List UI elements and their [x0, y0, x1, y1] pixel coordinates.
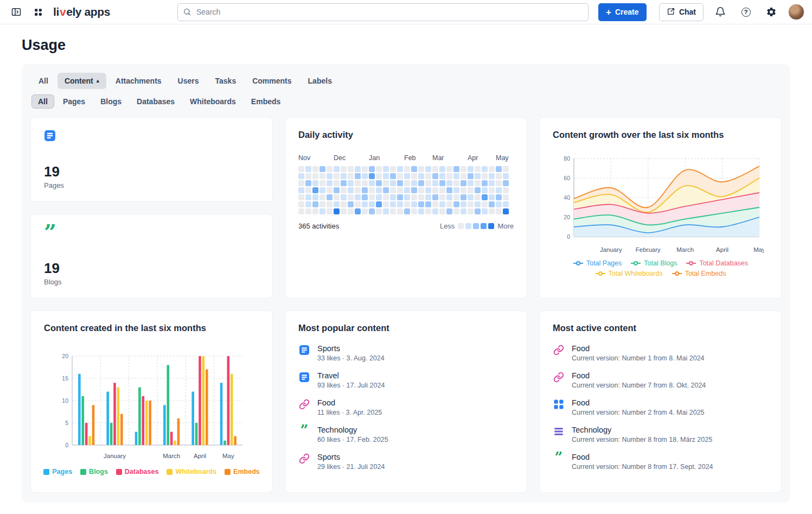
content-item-title[interactable]: Food [572, 398, 705, 407]
heatmap-cell [334, 180, 340, 186]
month-label: Nov [298, 154, 310, 162]
legend-item-total-pages[interactable]: Total Pages [573, 259, 622, 267]
tab-content[interactable]: Content▴ [57, 73, 106, 89]
content-item-title[interactable]: Food [572, 453, 713, 461]
content-item[interactable]: Travel93 likes · 17. Juli 2024 [298, 371, 514, 389]
content-item[interactable]: Sports33 likes · 3. Aug. 2024 [298, 344, 514, 362]
legend-item-whiteboards[interactable]: Whiteboards [167, 468, 216, 475]
heatmap-cell [312, 201, 318, 207]
legend-less-label: Less [440, 222, 455, 230]
tab-embeds[interactable]: Embeds [245, 94, 287, 109]
content-item-title[interactable]: Food [572, 371, 706, 380]
content-item[interactable]: ”FoodCurrent version: Number 8 from 17. … [553, 453, 768, 471]
tab-comments[interactable]: Comments [245, 73, 298, 89]
heatmap-cell [425, 201, 431, 207]
heatmap-cell [446, 187, 452, 193]
link-icon [298, 453, 310, 464]
heatmap-cell [376, 194, 382, 200]
content-created-card: Content created in the last six months 0… [30, 310, 273, 493]
app-switcher-icon[interactable] [29, 3, 47, 21]
heatmap-cell [305, 187, 311, 193]
sidebar-toggle-icon[interactable] [8, 3, 25, 21]
heatmap-cell [327, 166, 333, 172]
help-icon[interactable]: ? [737, 3, 755, 21]
search-input[interactable] [177, 3, 589, 21]
content-item-title[interactable]: Food [317, 398, 382, 407]
list-icon [553, 426, 565, 437]
notifications-bell-icon[interactable] [712, 3, 729, 21]
content-item-meta: 11 likes · 3. Apr. 2025 [317, 409, 382, 416]
content-item-title[interactable]: Food [572, 344, 705, 353]
heatmap-cell [404, 194, 410, 200]
app-logo[interactable]: lively apps [53, 5, 110, 18]
heatmap-cell [341, 173, 347, 179]
chat-button-label: Chat [679, 8, 696, 16]
quote-glyph: ” [44, 226, 56, 238]
svg-text:April: April [716, 246, 728, 253]
tab-blogs[interactable]: Blogs [94, 94, 128, 109]
content-item[interactable]: FoodCurrent version: Number 1 from 8. Ma… [553, 344, 768, 362]
legend-item-embeds[interactable]: Embeds [225, 468, 260, 475]
svg-text:April: April [193, 453, 206, 459]
tab-tasks[interactable]: Tasks [208, 73, 244, 89]
link-icon [553, 371, 565, 383]
tab-all[interactable]: All [31, 94, 54, 109]
content-item[interactable]: FoodCurrent version: Number 7 from 8. Ok… [553, 371, 768, 389]
content-item[interactable]: TechnologyCurrent version: Number 8 from… [553, 426, 768, 443]
heatmap-cell [341, 201, 347, 207]
create-button-label: Create [615, 8, 639, 16]
heatmap-cell [461, 194, 466, 200]
chat-button[interactable]: Chat [659, 3, 704, 21]
legend-item-total-embeds[interactable]: Total Embeds [672, 270, 726, 277]
content-item[interactable]: Food11 likes · 3. Apr. 2025 [298, 398, 514, 416]
svg-text:20: 20 [62, 353, 68, 359]
heatmap-cell [334, 173, 340, 179]
heatmap-cell [312, 208, 318, 214]
heatmap-cell [369, 194, 375, 200]
created-chart-svg: 05101520JanuaryMarchAprilMay [57, 352, 247, 462]
tab-users[interactable]: Users [171, 73, 206, 89]
content-item-title[interactable]: Technology [572, 426, 712, 434]
heatmap-cell [461, 201, 466, 207]
tab-pages[interactable]: Pages [56, 94, 92, 109]
legend-item-total-databases[interactable]: Total Databases [686, 259, 748, 267]
search-bar [177, 3, 589, 21]
content-item-title[interactable]: Sports [317, 453, 385, 461]
heatmap-cell [482, 201, 488, 207]
bar-embeds [149, 401, 151, 445]
tab-whiteboards[interactable]: Whiteboards [183, 94, 242, 109]
content-created-legend: PagesBlogsDatabasesWhiteboardsEmbeds [44, 468, 259, 475]
legend-item-total-blogs[interactable]: Total Blogs [630, 259, 677, 267]
legend-item-pages[interactable]: Pages [43, 468, 72, 475]
tab-databases[interactable]: Databases [130, 94, 181, 109]
bar-blogs [81, 396, 84, 445]
bar-pages [106, 392, 109, 445]
tab-all[interactable]: All [31, 73, 55, 89]
chat-icon [667, 7, 675, 17]
content-item[interactable]: Sports29 likes · 21. Juli 2024 [298, 453, 514, 471]
heatmap-cell [341, 187, 347, 193]
bar-whiteboards [117, 387, 119, 445]
create-button[interactable]: + Create [598, 3, 647, 21]
legend-item-blogs[interactable]: Blogs [80, 468, 108, 475]
heatmap-cell [453, 194, 459, 200]
heatmap-cell [411, 166, 417, 172]
tab-labels[interactable]: Labels [301, 73, 339, 89]
legend-item-databases[interactable]: Databases [116, 468, 159, 475]
legend-item-total-whiteboards[interactable]: Total Whiteboards [595, 270, 663, 277]
content-item[interactable]: FoodCurrent version: Number 2 from 4. Ma… [553, 398, 768, 416]
heatmap-cell [453, 173, 459, 179]
heatmap-cell [432, 201, 438, 207]
user-avatar[interactable] [788, 4, 804, 20]
content-item-title[interactable]: Sports [317, 344, 385, 353]
bar-pages [135, 431, 137, 445]
tab-attachments[interactable]: Attachments [108, 73, 169, 89]
content-item-title[interactable]: Travel [317, 371, 385, 380]
settings-gear-icon[interactable] [763, 3, 780, 21]
content-item[interactable]: ”Technology60 likes · 17. Feb. 2025 [298, 426, 514, 443]
content-item-title[interactable]: Technology [317, 426, 388, 434]
heatmap-cell [489, 166, 495, 172]
heatmap-cell [418, 208, 424, 214]
bar-blogs [195, 423, 197, 445]
heatmap-cell [341, 166, 347, 172]
